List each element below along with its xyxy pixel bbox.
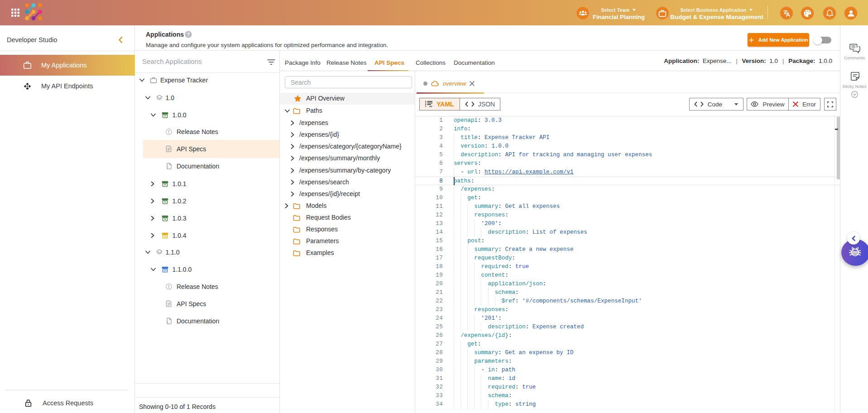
- svg-text:?: ?: [187, 32, 190, 37]
